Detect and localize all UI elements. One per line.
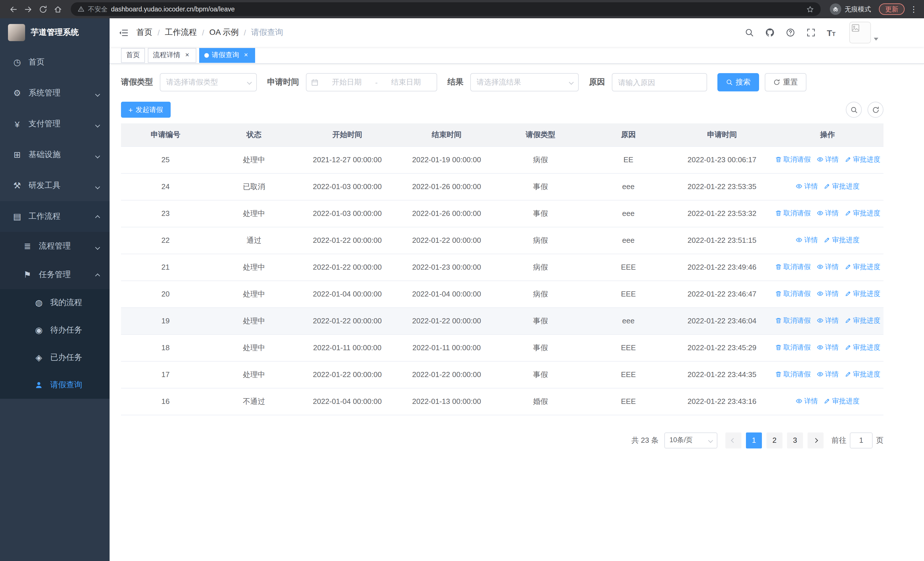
sidebar-item-home[interactable]: ◷ 首页 (0, 47, 110, 78)
detail-action[interactable]: 详情 (796, 397, 818, 406)
reset-button[interactable]: 重置 (765, 73, 806, 92)
approval-progress-action[interactable]: 审批进度 (844, 155, 880, 164)
detail-action[interactable]: 详情 (816, 209, 838, 218)
browser-home-button[interactable] (50, 2, 65, 17)
close-icon[interactable]: × (183, 51, 191, 59)
font-size-icon[interactable]: TT (827, 28, 836, 37)
browser-update-button[interactable]: 更新 (879, 3, 904, 15)
prev-page-button[interactable] (725, 432, 741, 448)
sidebar-item-todo-tasks[interactable]: ◉ 待办任务 (0, 316, 110, 344)
sidebar-item-process-management[interactable]: ≣ 流程管理 (0, 232, 110, 260)
refresh-table-button[interactable] (867, 102, 884, 118)
cancel-leave-action[interactable]: 取消请假 (775, 209, 811, 218)
page-button-3[interactable]: 3 (787, 432, 803, 448)
goto-page-input[interactable] (850, 432, 873, 448)
next-page-button[interactable] (808, 432, 824, 448)
help-icon[interactable] (786, 28, 795, 37)
browser-menu-icon[interactable]: ⋮ (909, 5, 918, 14)
cancel-leave-action[interactable]: 取消请假 (775, 155, 811, 164)
cancel-leave-action[interactable]: 取消请假 (775, 289, 811, 299)
approval-progress-action[interactable]: 审批进度 (824, 182, 860, 191)
reason-input[interactable] (612, 73, 707, 92)
bookmark-star-icon[interactable] (806, 5, 814, 13)
approval-progress-action[interactable]: 审批进度 (844, 262, 880, 272)
detail-action[interactable]: 详情 (816, 155, 838, 164)
tab-leave-query[interactable]: 请假查询 × (199, 48, 255, 63)
browser-forward-button[interactable] (21, 2, 35, 17)
github-icon[interactable] (765, 28, 774, 37)
todo-icon: ◉ (33, 325, 45, 335)
close-icon[interactable]: × (242, 51, 250, 59)
edit-icon (824, 237, 830, 244)
sidebar-item-label: 待办任务 (50, 325, 82, 335)
browser-refresh-button[interactable] (35, 2, 50, 17)
cell-status: 处理中 (210, 254, 298, 281)
cell-id: 19 (121, 307, 210, 334)
sidebar-item-done-tasks[interactable]: ◈ 已办任务 (0, 344, 110, 371)
breadcrumb-item-oa-example[interactable]: OA 示例 (210, 27, 239, 38)
create-leave-button[interactable]: + 发起请假 (121, 102, 170, 118)
cancel-leave-action[interactable]: 取消请假 (775, 262, 811, 272)
search-icon[interactable] (744, 28, 754, 37)
detail-action[interactable]: 详情 (816, 262, 838, 272)
column-header-status: 状态 (210, 123, 298, 146)
detail-action[interactable]: 详情 (796, 182, 818, 191)
detail-action[interactable]: 详情 (816, 289, 838, 299)
yen-icon: ¥ (11, 119, 23, 129)
sidebar-item-task-management[interactable]: ⚑ 任务管理 (0, 260, 110, 289)
tab-home[interactable]: 首页 (121, 48, 145, 63)
browser-back-button[interactable] (6, 2, 21, 17)
cell-start: 2022-01-04 00:00:00 (298, 388, 397, 415)
app-title: 芋道管理系统 (31, 27, 79, 38)
app-logo[interactable]: 芋道管理系统 (0, 18, 110, 47)
detail-action[interactable]: 详情 (816, 370, 838, 379)
toggle-search-button[interactable] (846, 102, 862, 118)
sidebar-item-system-management[interactable]: ⚙ 系统管理 (0, 78, 110, 108)
detail-action[interactable]: 详情 (816, 343, 838, 352)
user-avatar-menu[interactable] (849, 22, 878, 44)
breadcrumb-item-workflow[interactable]: 工作流程 (165, 27, 197, 38)
approval-progress-action[interactable]: 审批进度 (844, 209, 880, 218)
breadcrumb-item-home[interactable]: 首页 (136, 27, 152, 38)
infrastructure-icon: ⊞ (11, 150, 23, 160)
sidebar-item-dev-tools[interactable]: ⚒ 研发工具 (0, 170, 110, 201)
approval-progress-action[interactable]: 审批进度 (824, 235, 860, 245)
search-button[interactable]: 搜索 (717, 73, 759, 92)
result-select[interactable]: 请选择流结果 (470, 73, 579, 92)
fullscreen-icon[interactable] (806, 28, 815, 37)
sidebar-item-label: 工作流程 (28, 211, 60, 222)
apply-time-daterange[interactable]: 开始日期 - 结束日期 (306, 73, 437, 92)
sidebar-item-payment-management[interactable]: ¥ 支付管理 (0, 108, 110, 139)
cell-id: 22 (121, 227, 210, 254)
approval-progress-action[interactable]: 审批进度 (844, 370, 880, 379)
address-bar[interactable]: 不安全 dashboard.yudao.iocoder.cn/bpm/oa/le… (71, 2, 821, 16)
sidebar-item-leave-query[interactable]: 请假查询 (0, 371, 110, 399)
tab-process-detail[interactable]: 流程详情 × (148, 48, 196, 63)
not-secure-warning-icon (78, 6, 84, 12)
approval-progress-action[interactable]: 审批进度 (844, 343, 880, 352)
cell-type: 事假 (496, 173, 584, 200)
approval-progress-action[interactable]: 审批进度 (844, 289, 880, 299)
sidebar-item-my-processes[interactable]: ◍ 我的流程 (0, 289, 110, 316)
table-row: 21处理中2022-01-22 00:00:002022-01-23 00:00… (121, 254, 884, 281)
table-toolbar: + 发起请假 (121, 102, 884, 118)
page-button-2[interactable]: 2 (766, 432, 783, 448)
leave-type-select[interactable]: 请选择请假类型 (160, 73, 257, 92)
sidebar-item-infrastructure[interactable]: ⊞ 基础设施 (0, 139, 110, 170)
page-size-select[interactable]: 10条/页 (664, 432, 717, 448)
cancel-leave-action[interactable]: 取消请假 (775, 370, 811, 379)
calendar-icon (311, 78, 318, 86)
collapse-menu-icon[interactable] (119, 28, 128, 38)
leave-type-placeholder: 请选择请假类型 (166, 77, 218, 87)
page-button-1[interactable]: 1 (746, 432, 762, 448)
cancel-leave-action[interactable]: 取消请假 (775, 343, 811, 352)
cancel-leave-action[interactable]: 取消请假 (775, 316, 811, 326)
approval-progress-action[interactable]: 审批进度 (844, 316, 880, 326)
leave-table: 申请编号 状态 开始时间 结束时间 请假类型 原因 申请时间 操作 25处理中2… (121, 123, 884, 415)
approval-progress-action[interactable]: 审批进度 (824, 397, 860, 406)
detail-action[interactable]: 详情 (816, 316, 838, 326)
detail-action[interactable]: 详情 (796, 235, 818, 245)
edit-icon (844, 317, 851, 324)
sidebar-item-workflow[interactable]: ▤ 工作流程 (0, 201, 110, 232)
reset-button-label: 重置 (783, 77, 798, 87)
